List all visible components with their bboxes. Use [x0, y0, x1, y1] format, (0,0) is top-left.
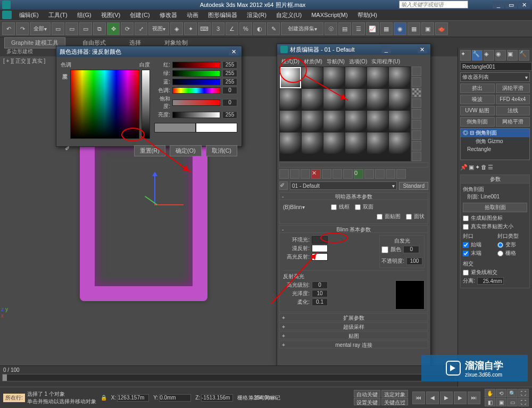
sample-type-button[interactable] — [412, 66, 421, 76]
cap-start-checkbox[interactable] — [463, 242, 469, 248]
material-slot[interactable] — [389, 132, 410, 154]
time-slider[interactable] — [3, 374, 7, 381]
remove-mod-button[interactable]: 🗑 — [481, 164, 487, 171]
h-slider[interactable] — [172, 87, 220, 94]
modifier-stack[interactable]: ◎ ⊟ 倒角剖面 倒角 Gizmo Rectangle — [460, 128, 530, 160]
h-value[interactable]: 0 — [222, 87, 237, 94]
select-by-mat-button[interactable] — [412, 141, 421, 151]
eyedropper-button[interactable]: ✐ — [65, 145, 70, 156]
material-name-dropdown[interactable]: 01 - Default▾ — [290, 181, 397, 190]
pick-material-button[interactable]: ✐ — [279, 181, 288, 190]
menu-tools[interactable]: 工具(T) — [46, 11, 70, 19]
z-coord-input[interactable] — [201, 394, 233, 402]
soften-value[interactable]: 0.1 — [312, 298, 328, 306]
selfillum-value[interactable]: 0 — [403, 246, 419, 253]
material-slot[interactable] — [345, 132, 367, 154]
lock-icon[interactable]: 🔒 — [101, 395, 107, 401]
hierarchy-tab[interactable]: ◈ — [484, 50, 494, 61]
wire-checkbox[interactable] — [331, 204, 337, 210]
material-slot-1[interactable] — [280, 67, 301, 88]
minimize-button[interactable]: _ — [493, 1, 504, 9]
keyboard-shortcut-button[interactable]: ⌨ — [198, 22, 211, 35]
menu-help[interactable]: 帮助(H) — [355, 11, 379, 19]
menu-edit[interactable]: 编辑(E) — [17, 11, 41, 19]
reset-map-button[interactable]: ✕ — [311, 169, 321, 179]
backlight-button[interactable] — [412, 77, 421, 87]
menu-render[interactable]: 渲染(R) — [245, 11, 269, 19]
maximize-button[interactable]: ▭ — [505, 1, 517, 9]
mod-meshsmooth-button[interactable]: 网格平滑 — [496, 117, 530, 127]
material-slot[interactable] — [345, 89, 367, 110]
b-slider[interactable] — [172, 79, 220, 85]
sample-uv-button[interactable] — [412, 98, 421, 108]
selfillum-color-checkbox[interactable] — [381, 246, 388, 253]
material-type-button[interactable]: Standard — [399, 182, 428, 190]
g-value[interactable]: 255 — [222, 70, 237, 77]
material-slot[interactable] — [280, 111, 301, 132]
snap-button[interactable]: 3 — [212, 22, 225, 35]
pin-stack-button[interactable]: 📌 — [460, 164, 468, 171]
ok-button[interactable]: 确定(O) — [170, 145, 202, 156]
material-editor-minimize[interactable]: _ — [381, 46, 391, 53]
make-unique-button[interactable] — [332, 169, 342, 179]
b-value[interactable]: 255 — [222, 78, 237, 86]
extended-rollout-header[interactable]: 扩展参数 — [279, 313, 428, 321]
material-slot[interactable] — [367, 132, 388, 154]
material-slot[interactable] — [367, 67, 388, 88]
material-slot[interactable] — [302, 111, 323, 132]
material-slot[interactable] — [323, 111, 345, 132]
stack-item-bevel[interactable]: ◎ ⊟ 倒角剖面 — [461, 129, 529, 137]
menu-maxscript[interactable]: MAXScript(M) — [309, 12, 350, 18]
stack-item-rectangle[interactable]: Rectangle — [461, 146, 529, 153]
zoom-extents-button[interactable]: ▣ — [496, 398, 506, 406]
gizmo-z-axis[interactable] — [154, 173, 155, 205]
utilities-tab[interactable]: 🔨 — [519, 50, 529, 61]
menu-customize[interactable]: 自定义(U) — [274, 11, 304, 19]
mod-turbosmooth-button[interactable]: 涡轮平滑 — [496, 84, 530, 93]
grid-radio[interactable] — [497, 251, 503, 256]
align-button[interactable]: ▤ — [338, 22, 351, 35]
menu-view[interactable]: 视图(V) — [99, 11, 123, 19]
pan-view-button[interactable]: ✋ — [485, 389, 495, 397]
assign-to-sel-button[interactable] — [301, 169, 310, 179]
layer-button[interactable]: ☰ — [352, 22, 365, 35]
app-menu-icon[interactable] — [2, 11, 12, 19]
render-frame-button[interactable]: ▣ — [421, 22, 434, 35]
mentalray-rollout-header[interactable]: mental ray 连接 — [279, 340, 428, 348]
pivot-button[interactable]: ◈ — [170, 22, 183, 35]
put-to-scene-button[interactable] — [290, 169, 300, 179]
next-frame-button[interactable]: ▶ — [454, 392, 467, 404]
mod-extrude-button[interactable]: 挤出 — [460, 84, 495, 93]
configure-sets-button[interactable]: ☰ — [488, 164, 493, 171]
reset-button[interactable]: 重置(R) — [134, 145, 165, 156]
facemap-checkbox[interactable] — [377, 214, 383, 220]
window-crossing-button[interactable]: ⧉ — [93, 22, 106, 35]
supersample-rollout-header[interactable]: 超级采样 — [279, 322, 428, 330]
autokey-button[interactable]: 自动关键点 — [354, 390, 380, 397]
show-end-button[interactable]: ▣ — [469, 164, 474, 171]
me-menu-mode[interactable]: 模式(D) — [281, 58, 300, 65]
make-unique-button[interactable]: ✦ — [475, 164, 480, 171]
pick-profile-button[interactable]: 拾取剖面 — [463, 203, 527, 212]
shader-dropdown[interactable]: (B)Blinn▾ — [283, 204, 326, 210]
modify-tab[interactable]: 🔧 — [472, 50, 483, 61]
render-setup-button[interactable]: ▦ — [408, 22, 420, 35]
viewport-label[interactable]: [ + ][ 正交 ][ 真实 ] — [3, 57, 45, 65]
zoom-button[interactable]: 🔍 — [507, 389, 518, 397]
options-button[interactable] — [412, 130, 421, 140]
material-slot[interactable] — [389, 111, 410, 132]
goto-end-button[interactable]: ⏭ — [468, 392, 480, 404]
v-slider[interactable] — [172, 112, 220, 118]
navigator-button[interactable] — [412, 152, 421, 161]
cap-end-checkbox[interactable] — [463, 251, 469, 256]
schematic-button[interactable]: ▦ — [380, 22, 393, 35]
twosided-checkbox[interactable] — [355, 204, 361, 210]
select-name-button[interactable]: ▭ — [65, 22, 78, 35]
shader-rollout-header[interactable]: 明暗器基本参数 — [279, 192, 428, 200]
color-picker-titlebar[interactable]: 颜色选择器: 漫反射颜色 ✕ — [56, 46, 242, 57]
percent-snap-button[interactable]: % — [239, 22, 252, 35]
move-gizmo[interactable] — [138, 173, 186, 221]
make-preview-button[interactable] — [412, 120, 421, 129]
material-slot[interactable] — [389, 67, 410, 88]
material-slot[interactable] — [367, 111, 388, 132]
